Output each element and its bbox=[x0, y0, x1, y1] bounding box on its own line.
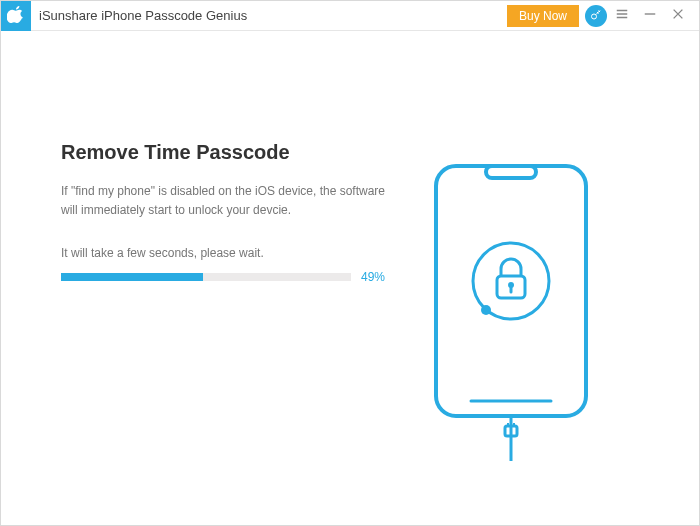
progress-bar bbox=[61, 273, 351, 281]
minimize-icon bbox=[643, 7, 657, 25]
titlebar: iSunshare iPhone Passcode Genius Buy Now bbox=[1, 1, 699, 31]
close-icon bbox=[671, 7, 685, 25]
app-title: iSunshare iPhone Passcode Genius bbox=[39, 8, 247, 23]
svg-point-0 bbox=[592, 14, 597, 19]
buy-now-button[interactable]: Buy Now bbox=[507, 5, 579, 27]
close-button[interactable] bbox=[671, 9, 685, 23]
description-text: If "find my phone" is disabled on the iO… bbox=[61, 182, 391, 220]
svg-point-5 bbox=[481, 305, 491, 315]
progress-row: 49% bbox=[61, 270, 401, 284]
right-illustration bbox=[401, 141, 591, 485]
app-window: iSunshare iPhone Passcode Genius Buy Now bbox=[0, 0, 700, 526]
key-icon bbox=[590, 7, 602, 25]
progress-fill bbox=[61, 273, 203, 281]
left-pane: Remove Time Passcode If "find my phone" … bbox=[61, 141, 401, 485]
main-content: Remove Time Passcode If "find my phone" … bbox=[1, 31, 699, 525]
hamburger-icon bbox=[615, 7, 629, 25]
apple-logo-icon bbox=[7, 5, 25, 27]
svg-rect-2 bbox=[486, 166, 536, 178]
menu-button[interactable] bbox=[615, 9, 629, 23]
window-controls bbox=[615, 9, 699, 23]
progress-percent-label: 49% bbox=[361, 270, 385, 284]
register-key-button[interactable] bbox=[585, 5, 607, 27]
wait-text: It will take a few seconds, please wait. bbox=[61, 246, 401, 260]
page-heading: Remove Time Passcode bbox=[61, 141, 401, 164]
app-logo bbox=[1, 1, 31, 31]
minimize-button[interactable] bbox=[643, 9, 657, 23]
phone-lock-icon bbox=[431, 161, 591, 465]
